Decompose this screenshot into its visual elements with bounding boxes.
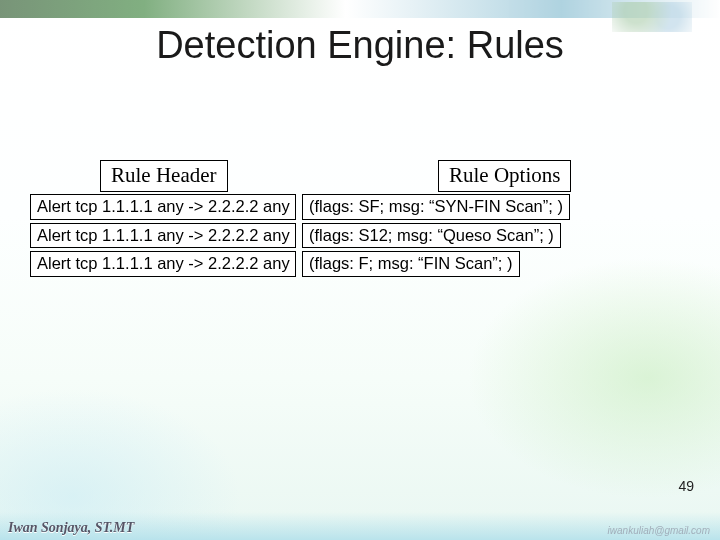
rule-header-cell: Alert tcp 1.1.1.1 any -> 2.2.2.2 any [30,251,296,277]
rule-options-cell: (flags: SF; msg: “SYN-FIN Scan”; ) [302,194,570,220]
table-row: Alert tcp 1.1.1.1 any -> 2.2.2.2 any (fl… [30,194,570,220]
slide-title: Detection Engine: Rules [0,24,720,67]
table-row: Alert tcp 1.1.1.1 any -> 2.2.2.2 any (fl… [30,223,570,249]
author-email: iwankuliah@gmail.com [608,525,710,536]
author-name: Iwan Sonjaya, ST.MT [8,520,134,536]
rules-table: Alert tcp 1.1.1.1 any -> 2.2.2.2 any (fl… [30,194,570,280]
rule-options-cell: (flags: S12; msg: “Queso Scan”; ) [302,223,561,249]
table-row: Alert tcp 1.1.1.1 any -> 2.2.2.2 any (fl… [30,251,570,277]
page-number: 49 [678,478,694,494]
label-rule-header: Rule Header [100,160,228,192]
label-rule-options: Rule Options [438,160,571,192]
rule-options-cell: (flags: F; msg: “FIN Scan”; ) [302,251,520,277]
rule-header-cell: Alert tcp 1.1.1.1 any -> 2.2.2.2 any [30,194,296,220]
rule-header-cell: Alert tcp 1.1.1.1 any -> 2.2.2.2 any [30,223,296,249]
decorative-top-gradient [0,0,720,18]
